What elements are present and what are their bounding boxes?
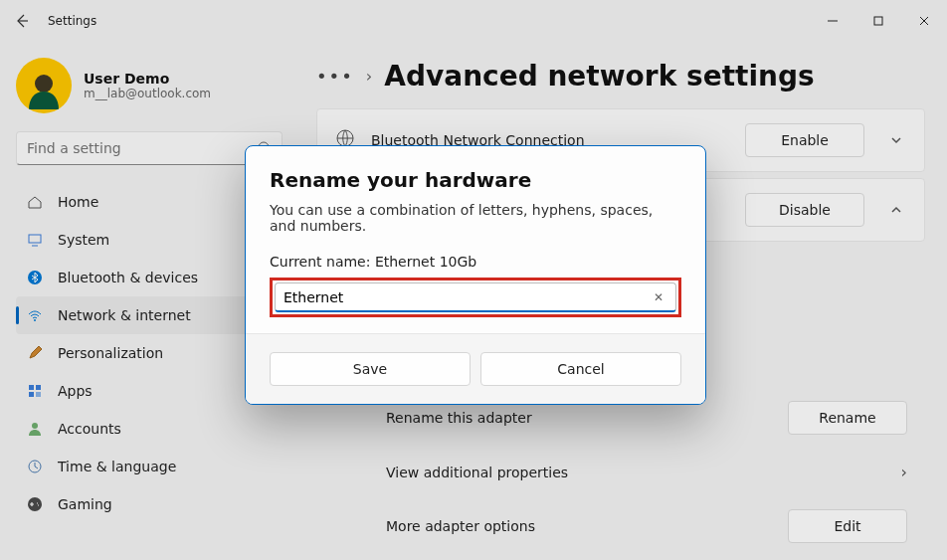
dialog-subtitle: You can use a combination of letters, hy… [270, 202, 681, 234]
dialog-current-name: Current name: Ethernet 10Gb [270, 254, 681, 270]
cancel-button[interactable]: Cancel [480, 352, 681, 386]
dialog-title: Rename your hardware [270, 168, 681, 192]
clear-input-button[interactable]: ✕ [650, 290, 667, 304]
save-button[interactable]: Save [270, 352, 471, 386]
rename-input[interactable] [284, 289, 650, 305]
rename-dialog: Rename your hardware You can use a combi… [245, 145, 706, 405]
input-highlight: ✕ [270, 278, 681, 317]
